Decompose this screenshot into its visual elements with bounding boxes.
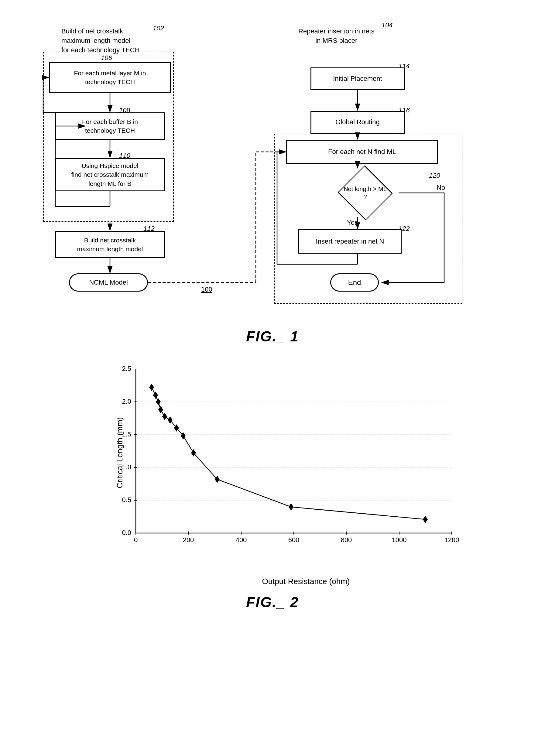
box-find-ml: For each net N find ML: [286, 140, 438, 164]
svg-marker-48: [153, 392, 158, 399]
svg-text:400: 400: [236, 536, 247, 544]
svg-text:200: 200: [183, 536, 194, 544]
svg-text:600: 600: [288, 536, 300, 544]
chart-area: Critical Length (mm) 2.5 2.0: [111, 363, 476, 570]
svg-text:1.0: 1.0: [122, 463, 131, 471]
box-hspice: Using Hspice model find net crosstalk ma…: [55, 158, 165, 191]
svg-text:2.5: 2.5: [122, 365, 131, 372]
svg-text:0.5: 0.5: [122, 496, 131, 504]
box-end: End: [330, 273, 379, 292]
svg-text:0.0: 0.0: [122, 529, 131, 536]
ref-120: 120: [429, 172, 440, 180]
svg-marker-58: [423, 516, 428, 523]
diamond-net-length: Net length > ML ?: [330, 169, 400, 217]
box-insert-repeater: Insert repeater in net N: [298, 229, 402, 254]
svg-text:800: 800: [341, 536, 352, 544]
svg-text:1.5: 1.5: [122, 430, 131, 438]
label-102: Build of net crosstalk maximum length mo…: [61, 27, 140, 55]
no-label: No: [437, 184, 445, 192]
svg-text:1200: 1200: [444, 536, 459, 544]
ref-100: 100: [201, 286, 212, 293]
box-global-routing: Global Routing: [310, 111, 405, 134]
box-build-model: Build net crosstalk maximum length model: [55, 231, 165, 258]
svg-marker-56: [215, 476, 220, 483]
fig2-title: FIG._ 2: [75, 594, 470, 611]
fig2-container: Critical Length (mm) 2.5 2.0: [75, 363, 470, 611]
x-axis-label: Output Resistance (ohm): [136, 577, 476, 586]
svg-marker-57: [289, 503, 293, 511]
fig1-title: FIG._ 1: [24, 328, 521, 345]
box-buffer: For each buffer B in technology TECH: [55, 112, 165, 140]
label-104: Repeater insertion in nets in MRS placer…: [298, 27, 375, 46]
fig1-container: Build of net crosstalk maximum length mo…: [25, 18, 520, 316]
ref-102: 102: [153, 24, 164, 33]
ref-106: 106: [101, 54, 112, 62]
box-initial-placement: Initial Placement: [310, 67, 405, 90]
box-ncml: NCML Model: [69, 273, 148, 292]
svg-marker-47: [149, 384, 154, 391]
svg-text:0: 0: [134, 536, 138, 544]
yes-label: Yes: [347, 219, 358, 227]
svg-marker-49: [156, 398, 161, 405]
box-metal-layer: For each metal layer M in technology TEC…: [49, 62, 171, 93]
page: Build of net crosstalk maximum length mo…: [0, 0, 545, 629]
ref-104: 104: [382, 21, 393, 30]
chart-svg: 2.5 2.0 1.5 1.0 0.5 0.0: [111, 363, 464, 557]
svg-text:1000: 1000: [392, 536, 407, 544]
svg-text:2.0: 2.0: [122, 398, 131, 405]
